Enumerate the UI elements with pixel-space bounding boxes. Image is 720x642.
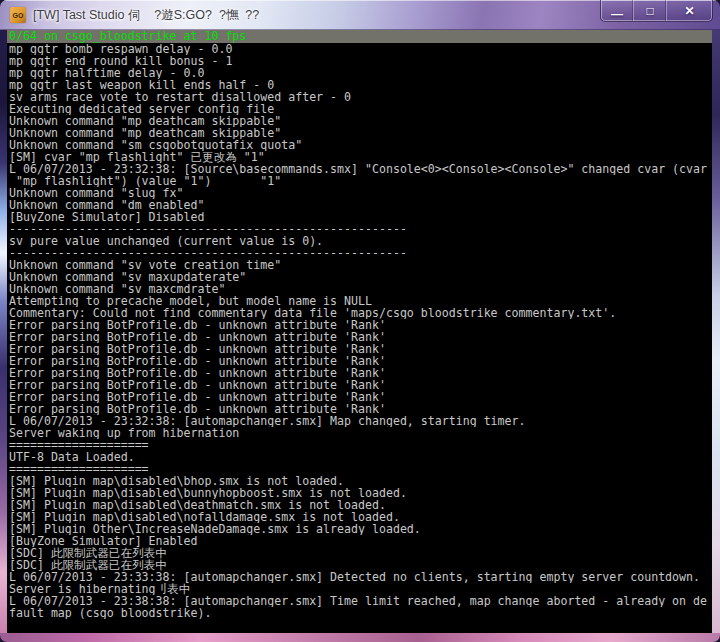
console-lines: mp_ggtr_bomb_respawn_delay - 0.0mp_ggtr_… — [7, 43, 712, 619]
minimize-button[interactable]: — — [601, 0, 633, 21]
minimize-icon: — — [611, 8, 623, 20]
console-line: Error parsing BotProfile.db - unknown at… — [9, 403, 712, 415]
console-line: Error parsing BotProfile.db - unknown at… — [9, 379, 712, 391]
console-line: Error parsing BotProfile.db - unknown at… — [9, 367, 712, 379]
console-line: mp_ggtr_bomb_respawn_delay - 0.0 — [9, 43, 712, 55]
console-line: L 06/07/2013 - 23:32:38: [automapchanger… — [9, 415, 712, 427]
console-line: Unknown command "sv_maxcmdrate" — [9, 283, 712, 295]
console-line: Unknown command "sv_vote_creation_time" — [9, 259, 712, 271]
console-line: Unknown command "mp_deathcam_skippable" — [9, 127, 712, 139]
status-line: 0/64 on csgo_bloodstrike at 10 fps — [7, 30, 712, 43]
console-line: Server is hibernating刂表中 — [9, 583, 712, 595]
console-line: ==================== — [9, 463, 712, 475]
console-line: [SM] Plugin map\disabled\deathmatch.smx … — [9, 499, 712, 511]
console-line: Unknown command "mp_deathcam_skippable" — [9, 115, 712, 127]
console-line: Commentary: Could not find commentary da… — [9, 307, 712, 319]
console-line: Error parsing BotProfile.db - unknown at… — [9, 355, 712, 367]
console-line: mp_ggtr_end_round_kill_bonus - 1 — [9, 55, 712, 67]
close-icon: ✕ — [684, 5, 694, 17]
console-line: [SDC] 此限制武器已在列表中 — [9, 559, 712, 571]
window-border-bottom — [0, 633, 720, 642]
console-line: Error parsing BotProfile.db - unknown at… — [9, 343, 712, 355]
console-line: L 06/07/2013 - 23:32:38: [Source\basecom… — [9, 163, 712, 175]
console-line: Error parsing BotProfile.db - unknown at… — [9, 319, 712, 331]
console-line: [SM] Plugin map\disabled\bhop.smx is not… — [9, 475, 712, 487]
console-line: sv_arms_race_vote_to_restart_disallowed_… — [9, 91, 712, 103]
csgo-icon: GO — [13, 12, 24, 19]
console-line: Attempting to precache model, but model … — [9, 295, 712, 307]
server-console-window: GO [TW] Tast Studio 伺 ?遊S:GO? ?憮 ?? — □ … — [0, 0, 720, 642]
titlebar[interactable]: GO [TW] Tast Studio 伺 ?遊S:GO? ?憮 ?? — □ … — [0, 0, 720, 30]
maximize-icon: □ — [646, 5, 653, 17]
close-button[interactable]: ✕ — [666, 0, 712, 21]
window-title: [TW] Tast Studio 伺 ?遊S:GO? ?憮 ?? — [33, 7, 259, 24]
console-line: mp_ggtr_last_weapon_kill_ends_half - 0 — [9, 79, 712, 91]
console-line: [SDC] 此限制武器已在列表中 — [9, 547, 712, 559]
console-line: Error parsing BotProfile.db - unknown at… — [9, 331, 712, 343]
console-line: L 06/07/2013 - 23:38:38: [automapchanger… — [9, 595, 712, 607]
maximize-button[interactable]: □ — [633, 0, 666, 21]
console-line: [SM] Plugin Other\IncreaseNadeDamage.smx… — [9, 523, 712, 535]
console-line: L 06/07/2013 - 23:33:38: [automapchanger… — [9, 571, 712, 583]
console-line: [SM] Plugin map\disabled\nofalldamage.sm… — [9, 511, 712, 523]
console-line: ==================== — [9, 439, 712, 451]
console-line: fault map (csgo_bloodstrike). — [9, 607, 712, 619]
console-line: [SM] cvar "mp_flashlight" 已更改為 "1" — [9, 151, 712, 163]
console-line: [SM] Plugin map\disabled\bunnyhopboost.s… — [9, 487, 712, 499]
console-line: Unknown command "slug_fx" — [9, 187, 712, 199]
console-line: Executing dedicated server config file — [9, 103, 712, 115]
console-line: Server waking up from hibernation — [9, 427, 712, 439]
console-line: ----------------------------------------… — [9, 247, 712, 259]
console-line: sv_pure value unchanged (current value i… — [9, 235, 712, 247]
console-line: Unknown command "dm_enabled" — [9, 199, 712, 211]
console-line: [BuyZone Simulator] Disabled — [9, 211, 712, 223]
console-line: mp_ggtr_halftime_delay - 0.0 — [9, 67, 712, 79]
caption-buttons: — □ ✕ — [600, 0, 713, 22]
console-line: ----------------------------------------… — [9, 223, 712, 235]
console-line: UTF-8 Data Loaded. — [9, 451, 712, 463]
csgo-app-icon[interactable]: GO — [10, 7, 26, 23]
console-line: Unknown command "sm_csgobotquotafix_quot… — [9, 139, 712, 151]
console-line: Unknown command "sv_maxupdaterate" — [9, 271, 712, 283]
console-output[interactable]: 0/64 on csgo_bloodstrike at 10 fps mp_gg… — [7, 30, 712, 633]
window-border-left — [0, 30, 7, 633]
console-line: [BuyZone Simulator] Enabled — [9, 535, 712, 547]
console-line: "mp_flashlight") (value "1") "1" — [9, 175, 712, 187]
window-border-right — [712, 30, 720, 633]
console-line: Error parsing BotProfile.db - unknown at… — [9, 391, 712, 403]
